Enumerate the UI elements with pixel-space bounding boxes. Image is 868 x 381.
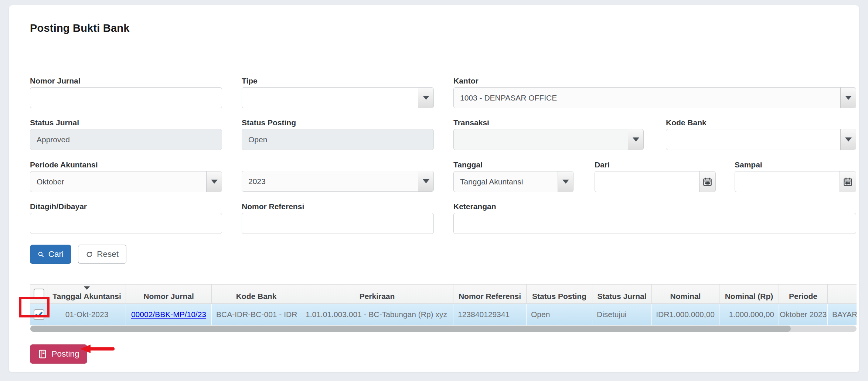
transaksi-select[interactable] [453,129,644,150]
col-header-periode[interactable]: Periode [779,284,828,304]
col-header-nomor-referensi[interactable]: Nomor Referensi [453,284,527,304]
col-header-tanggal-akuntansi[interactable]: Tanggal Akuntansi [48,284,126,304]
status-jurnal-label: Status Jurnal [30,118,222,127]
nomor-referensi-input[interactable] [242,213,434,234]
cell-perkiraan: 1.01.01.003.001 - BC-Tabungan (Rp) xyz [301,304,453,325]
keterangan-label: Keterangan [453,202,856,211]
select-all-header-cell [30,284,48,304]
sort-desc-icon [84,286,90,290]
kantor-select[interactable]: 1003 - DENPASAR OFFICE [453,87,856,108]
col-header-status-posting[interactable]: Status Posting [527,284,592,304]
ditagih-dibayar-input[interactable] [30,213,222,234]
keterangan-input[interactable] [453,213,856,234]
cari-button-label: Cari [48,249,64,259]
cell-nominal-rp: 1.000.000,00 [719,304,779,325]
posting-button-label: Posting [51,349,79,359]
col-header-nominal[interactable]: Nominal [652,284,719,304]
tipe-label: Tipe [242,76,434,85]
field-status-posting: Status Posting Open [242,118,434,150]
select-all-checkbox[interactable] [34,289,44,299]
table-row[interactable]: 01-Okt-2023 00002/BBK-MP/10/23 BCA-IDR-B… [30,304,856,325]
chevron-down-icon [423,179,429,183]
search-icon [38,250,44,259]
kode-bank-select[interactable] [666,129,856,150]
status-posting-label: Status Posting [242,118,434,127]
tanggal-label: Tanggal [453,160,573,169]
cell-keterangan: BAYAR [828,304,857,325]
col-header-keterangan[interactable] [828,284,857,304]
chevron-down-icon [562,180,569,184]
col-header-nominal-rp[interactable]: Nominal (Rp) [719,284,779,304]
field-keterangan: Keterangan [453,202,856,234]
periode-akuntansi-label: Periode Akuntansi [30,160,222,169]
col-header-kode-bank[interactable]: Kode Bank [212,284,301,304]
dari-calendar-button[interactable] [699,171,715,192]
kantor-dropdown-button[interactable] [840,88,856,108]
field-kantor: Kantor 1003 - DENPASAR OFFICE [453,76,856,108]
col-header-nomor-jurnal[interactable]: Nomor Jurnal [126,284,212,304]
cell-status-jurnal: Disetujui [592,304,652,325]
row-checkbox-cell [30,304,48,325]
dari-label: Dari [595,160,716,169]
field-dari: Dari [595,160,716,192]
cell-nomor-referensi: 123840129341 [453,304,527,325]
ditagih-dibayar-label: Ditagih/Dibayar [30,202,222,211]
kode-bank-label: Kode Bank [666,118,856,127]
status-posting-input: Open [242,129,434,150]
kode-bank-dropdown-button[interactable] [840,129,856,150]
field-tanggal: Tanggal Tanggal Akuntansi [453,160,573,192]
chevron-down-icon [845,137,852,142]
calendar-icon [702,177,712,187]
row-checkbox[interactable] [34,309,44,320]
chevron-down-icon [845,96,852,100]
horizontal-scrollbar-thumb[interactable] [30,326,791,332]
sampai-date-input[interactable] [735,171,856,192]
cell-kode-bank: BCA-IDR-BC-001 - IDR [212,304,301,325]
periode-akuntansi-select[interactable]: Oktober [30,171,222,192]
col-header-perkiraan[interactable]: Perkiraan [301,284,453,304]
cell-nomor-jurnal: 00002/BBK-MP/10/23 [126,304,212,325]
tipe-select[interactable] [242,87,434,108]
tipe-dropdown-button[interactable] [418,88,433,108]
nomor-referensi-label: Nomor Referensi [242,202,434,211]
field-sampai: Sampai [735,160,856,192]
reset-button[interactable]: Reset [78,245,126,264]
field-nomor-jurnal: Nomor Jurnal [30,76,222,108]
content-card: Posting Bukti Bank Nomor Jurnal Tipe Kan… [8,5,860,373]
results-table: Tanggal Akuntansi Nomor Jurnal Kode Bank… [30,284,856,325]
status-jurnal-input: Approved [30,129,222,150]
field-status-jurnal: Status Jurnal Approved [30,118,222,150]
cell-status-posting: Open [527,304,592,325]
field-nomor-referensi: Nomor Referensi [242,202,434,234]
dari-date-input[interactable] [595,171,716,192]
col-header-status-jurnal[interactable]: Status Jurnal [592,284,652,304]
field-periode-akuntansi: Periode Akuntansi Oktober [30,160,222,192]
field-transaksi: Transaksi [453,118,644,150]
posting-button[interactable]: Posting [30,344,87,364]
field-ditagih-dibayar: Ditagih/Dibayar [30,202,222,234]
cell-nominal: IDR1.000.000,00 [652,304,719,325]
field-tipe: Tipe [242,76,434,108]
periode-dropdown-button[interactable] [206,171,222,192]
calendar-icon [843,177,853,187]
transaksi-dropdown-button[interactable] [628,129,643,150]
checkmark-icon [35,310,43,319]
cell-tanggal-akuntansi: 01-Okt-2023 [48,304,126,325]
kantor-label: Kantor [453,76,856,85]
tanggal-select[interactable]: Tanggal Akuntansi [453,171,573,192]
nomor-jurnal-label: Nomor Jurnal [30,76,222,85]
tahun-select[interactable]: 2023 [242,171,434,192]
nomor-jurnal-link[interactable]: 00002/BBK-MP/10/23 [131,310,206,319]
table-header-row: Tanggal Akuntansi Nomor Jurnal Kode Bank… [30,284,856,304]
cell-periode: Oktober 2023 [779,304,828,325]
book-icon [38,349,47,359]
tanggal-dropdown-button[interactable] [558,171,573,192]
transaksi-label: Transaksi [453,118,644,127]
horizontal-scrollbar-track[interactable] [30,326,857,332]
chevron-down-icon [633,137,639,142]
tahun-dropdown-button[interactable] [418,171,433,191]
sampai-calendar-button[interactable] [840,171,856,192]
cari-button[interactable]: Cari [30,245,71,264]
sampai-label: Sampai [735,160,856,169]
nomor-jurnal-input[interactable] [30,87,222,108]
